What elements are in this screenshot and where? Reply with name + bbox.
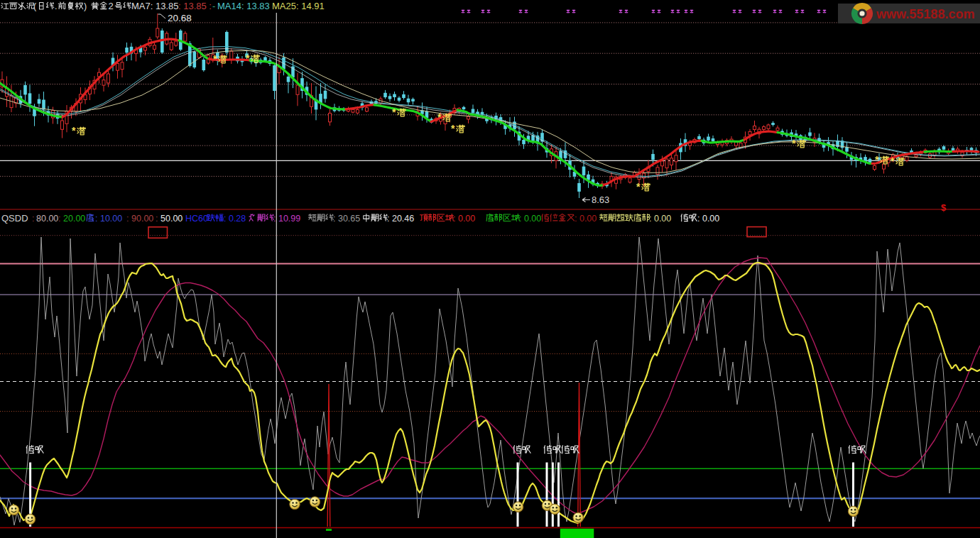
svg-text:www.55188.com: www.55188.com — [876, 7, 974, 21]
svg-text:90.00: 90.00 — [131, 214, 153, 224]
svg-text:8.63: 8.63 — [592, 194, 609, 205]
svg-text:50.00: 50.00 — [160, 214, 183, 224]
svg-text:*: * — [246, 53, 250, 64]
svg-text:80.00: 80.00 — [36, 214, 58, 224]
svg-text:*: * — [451, 123, 455, 134]
svg-text:*: * — [437, 111, 442, 123]
svg-text:*: * — [891, 155, 895, 167]
svg-text:: 0.00: : 0.00 — [575, 214, 597, 224]
svg-text:: 0.00: : 0.00 — [453, 214, 475, 224]
svg-text:*: * — [392, 106, 396, 118]
svg-text:: 0.00: : 0.00 — [697, 214, 719, 224]
svg-text:20.68: 20.68 — [168, 13, 192, 23]
svg-text:: 13.85 :: : 13.85 : — [178, 1, 212, 11]
svg-text:*: * — [213, 53, 217, 65]
svg-text::: : — [32, 214, 34, 224]
svg-text::: : — [126, 214, 129, 224]
svg-text:HC60: HC60 — [185, 214, 208, 224]
svg-text:QSDD: QSDD — [1, 213, 28, 224]
svg-text:20.00: 20.00 — [63, 214, 85, 224]
svg-text:: 0.28: : 0.28 — [224, 214, 246, 224]
svg-text:: 0.00: : 0.00 — [649, 214, 671, 224]
svg-text::: : — [156, 214, 158, 224]
svg-text:*: * — [72, 125, 76, 136]
svg-text:: 10.00: : 10.00 — [95, 214, 122, 224]
svg-text:*: * — [875, 154, 879, 165]
svg-text:*: * — [792, 138, 796, 149]
svg-text:.: . — [55, 1, 57, 11]
svg-text:: 20.46: : 20.46 — [387, 214, 414, 224]
svg-text:2: 2 — [109, 1, 114, 11]
svg-text:-: - — [212, 1, 215, 11]
svg-text:: 0.00: : 0.00 — [519, 214, 541, 224]
svg-text:: 10.99: : 10.99 — [273, 214, 300, 224]
svg-text:MA25: 14.91: MA25: 14.91 — [272, 1, 325, 11]
svg-text:*: * — [636, 181, 641, 192]
svg-text:MA14: 13.83: MA14: 13.83 — [217, 1, 270, 11]
svg-text::: : — [58, 214, 60, 224]
svg-text:: 30.65: : 30.65 — [333, 214, 360, 224]
svg-text:MA7: 13.85: MA7: 13.85 — [131, 1, 179, 11]
svg-text:): ) — [84, 1, 87, 11]
svg-text:$: $ — [941, 202, 947, 213]
